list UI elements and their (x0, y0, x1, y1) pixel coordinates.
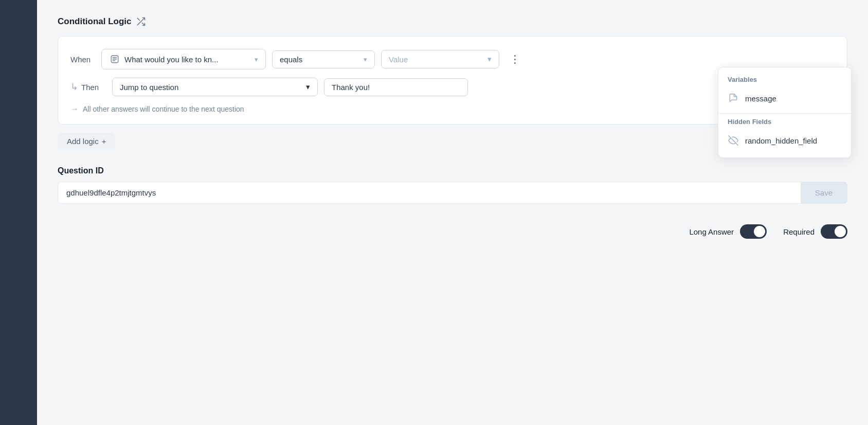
question-id-input[interactable] (58, 182, 801, 204)
hint-text: All other answers will continue to the n… (83, 105, 244, 113)
random-hidden-field-label: random_hidden_field (745, 136, 817, 145)
then-label: Then (81, 83, 106, 92)
action-select[interactable]: Jump to question ▾ (112, 78, 318, 96)
hint-arrow-icon: → (70, 104, 79, 114)
add-logic-label: Add logic (67, 137, 99, 146)
random-hidden-field-item[interactable]: random_hidden_field (718, 130, 851, 151)
question-select[interactable]: What would you like to kn... ▾ (101, 49, 266, 69)
conditional-logic-icon (136, 16, 146, 27)
operator-select[interactable]: equals ▾ (272, 50, 375, 68)
operator-select-chevron: ▾ (364, 56, 367, 63)
message-item-label: message (745, 94, 776, 103)
save-button[interactable]: Save (801, 182, 847, 204)
message-icon (728, 93, 739, 104)
action-select-chevron: ▾ (306, 82, 310, 92)
question-select-chevron: ▾ (255, 56, 258, 63)
operator-select-value: equals (280, 55, 302, 64)
long-answer-toggle[interactable] (740, 224, 767, 239)
value-select-chevron: ▾ (487, 55, 492, 64)
required-toggle-group: Required (783, 224, 847, 239)
question-id-title: Question ID (58, 166, 847, 175)
bottom-row: Long Answer Required (58, 224, 847, 239)
target-select-value: Thank you! (332, 83, 370, 92)
action-select-value: Jump to question (120, 83, 178, 92)
when-label: When (70, 55, 95, 64)
target-select[interactable]: Thank you! (324, 78, 468, 96)
required-toggle[interactable] (821, 224, 847, 239)
add-logic-plus: + (102, 137, 106, 146)
then-label-group: ↳ Then (70, 81, 106, 93)
long-answer-toggle-group: Long Answer (689, 224, 767, 239)
hidden-icon (728, 135, 739, 146)
variables-section-label: Variables (718, 76, 851, 87)
more-options-button[interactable]: ⋮ (505, 51, 525, 67)
then-arrow-icon: ↳ (70, 81, 78, 93)
dropdown-divider (718, 113, 851, 114)
required-slider (821, 224, 847, 239)
long-answer-label: Long Answer (689, 227, 734, 236)
long-answer-slider (740, 224, 767, 239)
id-row: Save (58, 182, 847, 204)
conditional-logic-label: Conditional Logic (58, 16, 132, 27)
sidebar (0, 0, 37, 425)
hidden-fields-section-label: Hidden Fields (718, 118, 851, 130)
question-select-icon (109, 54, 120, 65)
message-item[interactable]: message (718, 87, 851, 109)
when-row: When What would you like to kn... ▾ equa… (70, 49, 835, 69)
value-select[interactable]: Value ▾ (381, 50, 499, 68)
conditional-logic-title: Conditional Logic (58, 16, 847, 27)
add-logic-button[interactable]: Add logic + (58, 133, 115, 150)
question-select-value: What would you like to kn... (124, 55, 219, 64)
value-select-placeholder: Value (389, 55, 408, 64)
main-content: Conditional Logic When What would yo (37, 0, 868, 425)
required-label: Required (783, 227, 815, 236)
dropdown-popup: Variables message Hidden Fields random_h… (718, 67, 852, 158)
question-id-section: Question ID Save (58, 166, 847, 204)
